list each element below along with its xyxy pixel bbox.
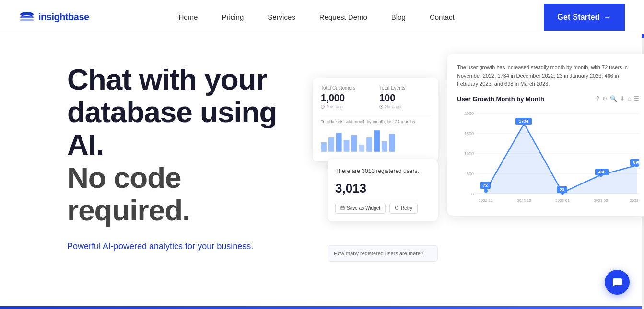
download-icon[interactable]: ⬇ [620, 95, 625, 102]
nav-home[interactable]: Home [178, 13, 198, 21]
bottom-bar [0, 306, 644, 309]
logo-link[interactable]: insightbase [19, 10, 89, 25]
data-label-text-4: 698 [633, 160, 639, 165]
navbar: insightbase Home Pricing Services Reques… [0, 0, 644, 34]
hero-subtitle: Powerful AI-powered analytics for your b… [67, 240, 277, 253]
svg-text:2022-11: 2022-11 [479, 198, 493, 203]
metrics-card: Total Customers 1,000 2hrs ago Total Eve… [313, 78, 438, 161]
metric-customers: Total Customers 1,000 2hrs ago [321, 85, 372, 109]
svg-rect-13 [374, 130, 380, 152]
question-icon[interactable]: ? [596, 95, 599, 102]
nav-contact[interactable]: Contact [430, 13, 455, 21]
arrow-icon: → [604, 13, 611, 22]
chat-action-buttons: Save as Widget Retry [335, 203, 430, 214]
chart-title-row: User Growth Month by Month ? ↻ 🔍 ⬇ ⌂ ☰ [457, 95, 639, 103]
svg-text:0: 0 [471, 192, 474, 196]
divider [321, 115, 430, 115]
svg-text:2023-01: 2023-01 [555, 198, 570, 203]
hero-text-block: Chat with your database using AI. No cod… [67, 63, 277, 253]
data-label-text-1: 1734 [519, 119, 528, 124]
chart-fill-area [486, 124, 637, 194]
chat-bubble-icon [611, 276, 623, 288]
logo-text: insightbase [38, 11, 89, 23]
save-icon [340, 206, 345, 210]
nav-services[interactable]: Services [268, 13, 295, 21]
save-widget-button[interactable]: Save as Widget [335, 203, 386, 214]
refresh-icon[interactable]: ↻ [602, 95, 607, 102]
svg-rect-2 [20, 19, 34, 21]
nav-blog[interactable]: Blog [391, 13, 406, 21]
chart-card: The user growth has increased steadily m… [447, 54, 644, 216]
search-icon[interactable]: 🔍 [610, 95, 617, 102]
svg-text:2000: 2000 [464, 111, 474, 116]
hero-title: Chat with your database using AI. No cod… [67, 63, 277, 227]
svg-rect-14 [382, 141, 387, 152]
dashboard-preview: Total Customers 1,000 2hrs ago Total Eve… [313, 49, 644, 308]
svg-rect-8 [336, 133, 342, 152]
mini-chart [321, 128, 430, 152]
nav-pricing[interactable]: Pricing [222, 13, 244, 21]
svg-rect-15 [389, 134, 395, 152]
clock-icon [321, 105, 325, 109]
metric-events: Total Events 100 2hrs ago [379, 85, 430, 109]
svg-text:1000: 1000 [464, 151, 474, 156]
data-label-text-0: 72 [483, 183, 488, 188]
svg-text:500: 500 [467, 172, 474, 176]
home-icon[interactable]: ⌂ [628, 95, 631, 102]
chat-result-card: There are 3013 registered users. 3,013 S… [328, 159, 438, 221]
data-point-0 [484, 189, 488, 193]
svg-text:2023-03: 2023-03 [630, 198, 639, 203]
svg-rect-12 [366, 137, 372, 152]
svg-text:2022-12: 2022-12 [517, 198, 531, 203]
svg-rect-10 [351, 135, 357, 152]
line-chart-svg: 2000 1500 1000 500 0 2022-11 2022-12 202… [457, 108, 639, 204]
clock-icon-2 [379, 105, 383, 109]
svg-text:1500: 1500 [464, 131, 474, 136]
nav-request-demo[interactable]: Request Demo [319, 13, 367, 21]
data-label-text-3: 466 [598, 170, 605, 174]
chart-container: 2000 1500 1000 500 0 2022-11 2022-12 202… [457, 108, 639, 206]
get-started-button[interactable]: Get Started → [544, 4, 625, 31]
data-label-text-2: 23 [560, 187, 564, 192]
svg-rect-11 [359, 145, 364, 152]
menu-icon[interactable]: ☰ [634, 95, 639, 102]
metrics-row: Total Customers 1,000 2hrs ago Total Eve… [321, 85, 430, 109]
logo-icon [19, 10, 35, 25]
svg-rect-7 [328, 137, 334, 152]
svg-rect-9 [344, 140, 350, 152]
nav-links: Home Pricing Services Request Demo Blog … [178, 13, 454, 22]
chat-input-bar[interactable]: How many registered users are there? [328, 245, 438, 262]
chart-toolbar-icons: ? ↻ 🔍 ⬇ ⌂ ☰ [596, 95, 639, 102]
retry-icon [395, 206, 399, 210]
chat-support-button[interactable] [605, 270, 630, 295]
svg-text:2023-02: 2023-02 [594, 198, 608, 203]
retry-button[interactable]: Retry [389, 203, 418, 214]
svg-rect-6 [321, 142, 327, 152]
hero-section: Chat with your database using AI. No cod… [0, 34, 644, 309]
